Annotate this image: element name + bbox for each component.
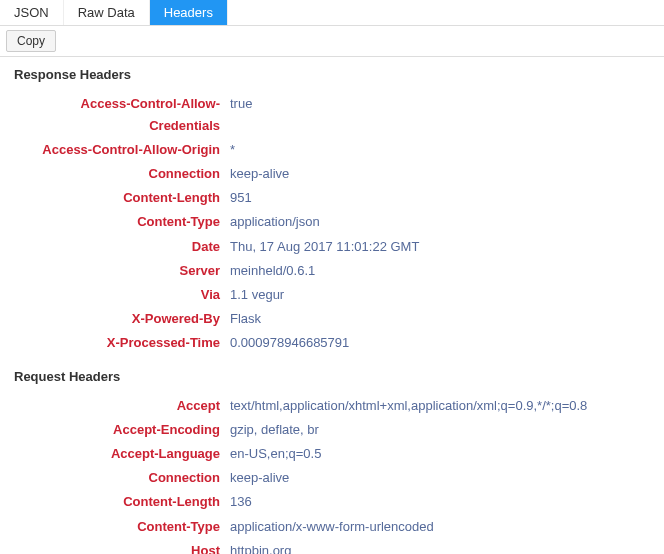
header-row: Content-Typeapplication/x-www-form-urlen… bbox=[14, 515, 650, 539]
header-name: Connection bbox=[14, 163, 230, 185]
header-name: Content-Length bbox=[14, 187, 230, 209]
response-headers-list: Access-Control-Allow-CredentialstrueAcce… bbox=[14, 92, 650, 355]
header-row: Content-Length136 bbox=[14, 490, 650, 514]
header-row: Accept-Languageen-US,en;q=0.5 bbox=[14, 442, 650, 466]
request-headers-title: Request Headers bbox=[14, 369, 650, 384]
header-name: Connection bbox=[14, 467, 230, 489]
header-name: Access-Control-Allow-Credentials bbox=[14, 93, 230, 137]
response-headers-section: Response Headers Access-Control-Allow-Cr… bbox=[0, 57, 664, 359]
header-value: 951 bbox=[230, 187, 650, 209]
header-value: httpbin.org bbox=[230, 540, 650, 554]
header-row: Via1.1 vegur bbox=[14, 283, 650, 307]
header-row: Access-Control-Allow-Credentialstrue bbox=[14, 92, 650, 138]
header-value: keep-alive bbox=[230, 163, 650, 185]
header-name: Accept-Encoding bbox=[14, 419, 230, 441]
header-row: X-Processed-Time0.000978946685791 bbox=[14, 331, 650, 355]
header-value: * bbox=[230, 139, 650, 161]
header-value: application/x-www-form-urlencoded bbox=[230, 516, 650, 538]
header-row: Accepttext/html,application/xhtml+xml,ap… bbox=[14, 394, 650, 418]
header-row: Connectionkeep-alive bbox=[14, 466, 650, 490]
response-headers-title: Response Headers bbox=[14, 67, 650, 82]
header-name: X-Processed-Time bbox=[14, 332, 230, 354]
request-headers-section: Request Headers Accepttext/html,applicat… bbox=[0, 359, 664, 554]
header-value: text/html,application/xhtml+xml,applicat… bbox=[230, 395, 650, 417]
header-row: Servermeinheld/0.6.1 bbox=[14, 259, 650, 283]
header-name: Via bbox=[14, 284, 230, 306]
header-row: Accept-Encodinggzip, deflate, br bbox=[14, 418, 650, 442]
header-row: Hosthttpbin.org bbox=[14, 539, 650, 554]
header-row: Content-Length951 bbox=[14, 186, 650, 210]
header-value: en-US,en;q=0.5 bbox=[230, 443, 650, 465]
header-row: Content-Typeapplication/json bbox=[14, 210, 650, 234]
tabs-bar: JSON Raw Data Headers bbox=[0, 0, 664, 26]
header-name: X-Powered-By bbox=[14, 308, 230, 330]
header-name: Accept bbox=[14, 395, 230, 417]
header-row: DateThu, 17 Aug 2017 11:01:22 GMT bbox=[14, 235, 650, 259]
header-name: Accept-Language bbox=[14, 443, 230, 465]
header-name: Server bbox=[14, 260, 230, 282]
tab-raw-data[interactable]: Raw Data bbox=[64, 0, 150, 25]
header-value: 1.1 vegur bbox=[230, 284, 650, 306]
header-name: Content-Type bbox=[14, 516, 230, 538]
header-value: Flask bbox=[230, 308, 650, 330]
copy-button[interactable]: Copy bbox=[6, 30, 56, 52]
header-row: Connectionkeep-alive bbox=[14, 162, 650, 186]
header-value: gzip, deflate, br bbox=[230, 419, 650, 441]
header-value: meinheld/0.6.1 bbox=[230, 260, 650, 282]
header-value: 136 bbox=[230, 491, 650, 513]
header-value: true bbox=[230, 93, 650, 115]
toolbar: Copy bbox=[0, 26, 664, 57]
header-name: Content-Type bbox=[14, 211, 230, 233]
header-name: Access-Control-Allow-Origin bbox=[14, 139, 230, 161]
tab-headers[interactable]: Headers bbox=[150, 0, 228, 25]
header-value: application/json bbox=[230, 211, 650, 233]
request-headers-list: Accepttext/html,application/xhtml+xml,ap… bbox=[14, 394, 650, 554]
header-row: X-Powered-ByFlask bbox=[14, 307, 650, 331]
header-name: Date bbox=[14, 236, 230, 258]
header-name: Host bbox=[14, 540, 230, 554]
tab-json[interactable]: JSON bbox=[0, 0, 64, 25]
header-value: Thu, 17 Aug 2017 11:01:22 GMT bbox=[230, 236, 650, 258]
header-value: 0.000978946685791 bbox=[230, 332, 650, 354]
header-value: keep-alive bbox=[230, 467, 650, 489]
header-name: Content-Length bbox=[14, 491, 230, 513]
header-row: Access-Control-Allow-Origin* bbox=[14, 138, 650, 162]
